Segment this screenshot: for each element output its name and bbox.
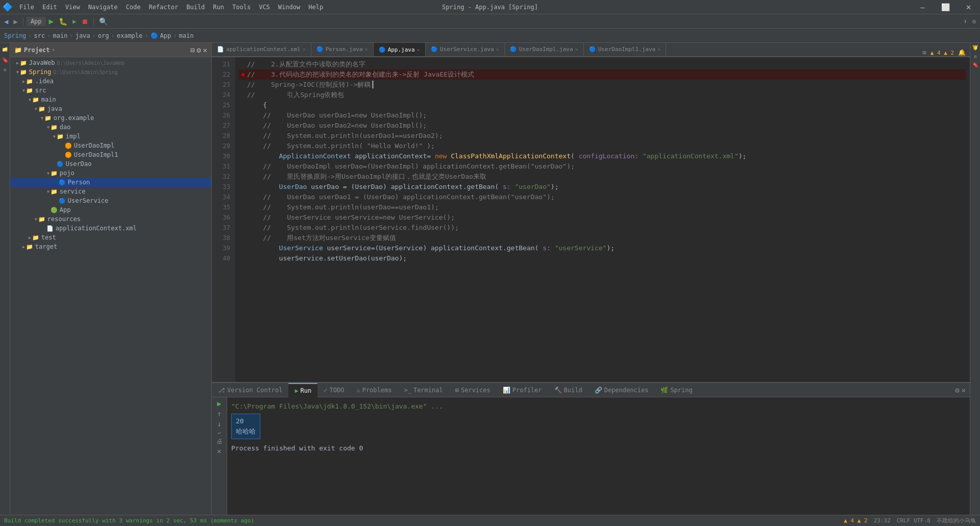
print-icon[interactable]: 🖨 (216, 438, 223, 445)
breadcrumb-spring[interactable]: Spring (4, 32, 26, 39)
tab-terminal[interactable]: >_Terminal (398, 383, 449, 397)
tree-userdaoimpl[interactable]: ▶ 🟠 UserDaoImpl (10, 141, 211, 150)
tab-userdaoimpl1-java[interactable]: 🔵 UserDaoImpl1.java ✕ (584, 43, 667, 56)
run-coverage-button[interactable]: ▶ (70, 17, 78, 26)
project-icon[interactable]: 📁 (2, 47, 8, 53)
tree-app[interactable]: ▶ 🟢 App (10, 205, 211, 214)
menu-navigate[interactable]: Navigate (84, 2, 122, 13)
tree-javaweb[interactable]: ▶ 📁 JavaWeb D:\Users\Admin\JavaWeb (10, 58, 211, 67)
code-editor[interactable]: 21 22 23 24 25 26 27 28 29 30 31 32 33 3… (212, 57, 970, 382)
breadcrumb-java[interactable]: java (76, 32, 90, 39)
notifications-icon[interactable]: 🔔 (958, 49, 966, 56)
maximize-button[interactable]: ⬜ (934, 0, 957, 14)
search-everywhere-icon[interactable]: 🔍 (97, 16, 110, 27)
soft-wrap-icon[interactable]: ↩ (217, 430, 220, 436)
settings-icon[interactable]: ⚙ (970, 17, 978, 26)
tree-impl[interactable]: ▼ 📁 impl (10, 132, 211, 141)
run-output-box: 20 哈哈哈 (231, 414, 260, 439)
menu-run[interactable]: Run (209, 2, 228, 13)
encoding-status[interactable]: CRLF UTF-8 (897, 517, 930, 524)
menu-view[interactable]: View (61, 2, 84, 13)
menu-help[interactable]: Help (304, 2, 327, 13)
tab-profiler[interactable]: 📊Profiler (497, 383, 548, 397)
tab-version-control[interactable]: ⎇Version Control (212, 383, 288, 397)
tab-run[interactable]: ▶Run (288, 383, 317, 397)
main-toolbar: ◀ ▶ App ▶ 🐛 ▶ ⏹ 🔍 ⬆ ⚙ (0, 14, 980, 29)
code-content[interactable]: // 2.从配置文件中读取的类的名字 ●// 3.代码动态的把读到的类名的对象创… (235, 57, 970, 382)
tree-pojo[interactable]: ▼ 📁 pojo (10, 169, 211, 178)
menu-edit[interactable]: Edit (38, 2, 61, 13)
tree-dao[interactable]: ▼ 📁 dao (10, 123, 211, 132)
tree-userservice[interactable]: ▶ 🔵 UserService (10, 196, 211, 205)
git-status: 不跪给的小乌龟 (937, 517, 976, 524)
minimize-button[interactable]: — (911, 0, 934, 14)
run-config-label[interactable]: App (27, 17, 46, 26)
menu-code[interactable]: Code (122, 2, 145, 13)
project-panel-header: 📁 Project ▾ ⊟ ⚙ ✕ (10, 43, 211, 57)
bottom-panel: ⎇Version Control ▶Run ✓TODO ⚠Problems >_… (212, 382, 970, 515)
tab-todo[interactable]: ✓TODO (317, 383, 350, 397)
toolbar-forward-icon[interactable]: ▶ (11, 16, 19, 27)
toolbar-back-icon[interactable]: ◀ (2, 16, 10, 27)
menu-vcs[interactable]: VCS (255, 2, 274, 13)
tab-services[interactable]: ⊞Services (449, 383, 497, 397)
tab-app-java[interactable]: 🔵 App.java ✕ (374, 43, 426, 56)
menu-tools[interactable]: Tools (228, 2, 255, 13)
debug-button[interactable]: 🐛 (57, 16, 69, 27)
tree-src[interactable]: ▼ 📁 src (10, 86, 211, 95)
menu-file[interactable]: File (15, 2, 38, 13)
tree-org-example[interactable]: ▼ 📁 org.example (10, 113, 211, 123)
tab-userservice-java[interactable]: 🔵 UserService.java ✕ (426, 43, 505, 56)
settings-icon[interactable]: ⚙ (197, 46, 201, 54)
menu-build[interactable]: Build (182, 2, 209, 13)
file-tree: ▶ 📁 JavaWeb D:\Users\Admin\JavaWeb ▼ 📁 S… (10, 57, 211, 515)
close-run-icon[interactable]: ✕ (217, 447, 221, 455)
breadcrumb-main-method[interactable]: main (179, 32, 193, 39)
bookmarks-panel-icon[interactable]: 🔖 (972, 62, 978, 68)
breadcrumb-org[interactable]: org (98, 32, 109, 39)
hide-icon[interactable]: ✕ (203, 46, 207, 54)
tree-test[interactable]: ▶ 📁 test (10, 233, 211, 242)
tree-spring[interactable]: ▼ 📁 Spring D:\Users\Admin\Spring (10, 67, 211, 77)
collapse-all-icon[interactable]: ⊟ (190, 46, 194, 54)
structure-panel-icon[interactable]: ≡ (972, 55, 978, 58)
close-icon[interactable]: ✕ (962, 386, 966, 394)
tree-userdaoimpl1[interactable]: ▶ 🟠 UserDaoImpl1 (10, 150, 211, 159)
tree-appcontext-xml[interactable]: ▶ 📄 applicationContext.xml (10, 224, 211, 233)
tab-person-java[interactable]: 🔵 Person.java ✕ (311, 43, 374, 56)
tree-main[interactable]: ▼ 📁 main (10, 95, 211, 104)
tab-spring[interactable]: 🌿Spring (654, 383, 698, 397)
menu-window[interactable]: Window (274, 2, 304, 13)
tree-resources[interactable]: ▼ 📁 resources (10, 214, 211, 224)
tab-dependencies[interactable]: 🔗Dependencies (589, 383, 655, 397)
tree-java[interactable]: ▼ 📁 java (10, 104, 211, 113)
tab-build[interactable]: 🔨Build (548, 383, 589, 397)
tree-target[interactable]: ▶ 📁 target (10, 242, 211, 251)
run-again-button[interactable]: ▶ (217, 399, 221, 408)
tree-idea[interactable]: ▶ 📁 .idea (10, 77, 211, 86)
breadcrumb-example[interactable]: example (117, 32, 143, 39)
structure-icon[interactable]: ≡ (3, 67, 6, 73)
scroll-down-icon[interactable]: ↓ (217, 420, 221, 428)
editor-split-icon[interactable]: ⊞ (922, 49, 926, 56)
breadcrumb-app-label[interactable]: App (160, 32, 172, 39)
menu-refactor[interactable]: Refactor (144, 2, 182, 13)
run-button[interactable]: ▶ (47, 15, 56, 27)
tree-userdao[interactable]: ▶ 🔵 UserDao (10, 159, 211, 169)
bookmark-icon[interactable]: 🔖 (2, 57, 8, 63)
stop-button[interactable]: ⏹ (79, 16, 90, 27)
breadcrumb-main[interactable]: main (53, 32, 68, 39)
tab-appcontext-xml[interactable]: 📄 applicationContext.xml ✕ (212, 43, 311, 56)
tab-problems[interactable]: ⚠Problems (350, 383, 398, 397)
notifications-panel-icon[interactable]: 🔔 (972, 45, 978, 51)
tree-person[interactable]: ▶ 🔵 Person (10, 178, 211, 187)
breadcrumb-app[interactable]: 🔵 (151, 32, 158, 39)
tree-service[interactable]: ▼ 📁 service (10, 187, 211, 196)
warnings-status[interactable]: ▲ 4 ▲ 2 (844, 517, 867, 524)
breadcrumb-src[interactable]: src (34, 32, 45, 39)
tab-userdaoimpl-java[interactable]: 🔵 UserDaoImpl.java ✕ (505, 43, 584, 56)
update-icon[interactable]: ⬆ (962, 17, 969, 26)
close-button[interactable]: ✕ (957, 0, 980, 14)
scroll-up-icon[interactable]: ↑ (217, 410, 221, 418)
settings-icon[interactable]: ⚙ (955, 386, 959, 394)
